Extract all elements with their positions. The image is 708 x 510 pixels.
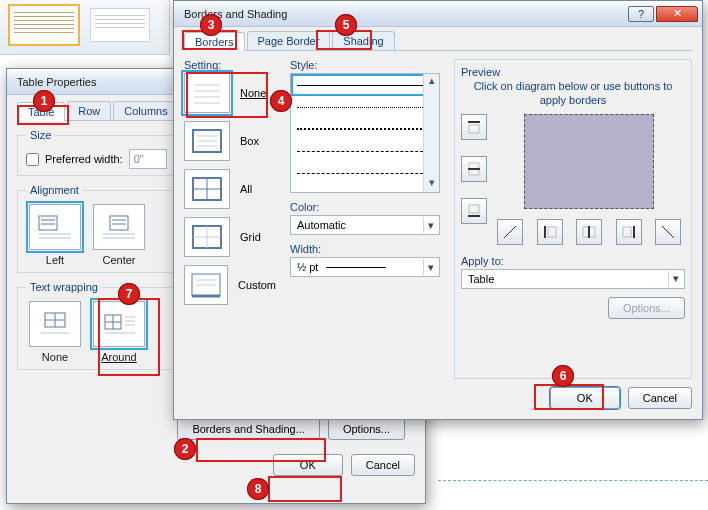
edge-vmid-button[interactable]	[576, 219, 602, 245]
apply-to-value: Table	[468, 273, 494, 285]
setting-all-label: All	[240, 183, 252, 195]
color-value: Automatic	[297, 219, 346, 231]
tab-row[interactable]: Row	[67, 101, 111, 120]
style-scrollbar[interactable]: ▴▾	[423, 74, 439, 192]
document-ruler	[438, 480, 708, 481]
edge-bottom-button[interactable]	[461, 198, 487, 224]
style-list[interactable]: ▴▾	[290, 73, 440, 193]
chevron-down-icon: ▾	[423, 259, 437, 275]
preview-diagram[interactable]	[524, 114, 654, 209]
edge-left-button[interactable]	[537, 219, 563, 245]
align-left-label: Left	[26, 254, 84, 266]
wrap-none-option[interactable]	[29, 301, 81, 347]
borders-and-shading-button[interactable]: Borders and Shading...	[177, 418, 320, 440]
callout-7: 7	[118, 283, 140, 305]
ribbon-fragment	[0, 0, 170, 55]
setting-custom[interactable]	[184, 265, 228, 305]
bs-tabs: Borders Page Border Shading	[184, 31, 692, 51]
ribbon-gallery-item[interactable]	[90, 8, 150, 42]
callout-2: 2	[174, 438, 196, 460]
setting-label: Setting:	[184, 59, 276, 71]
wrap-around-label: Around	[90, 351, 148, 363]
setting-none-label: None	[240, 87, 266, 99]
setting-box-label: Box	[240, 135, 259, 147]
callout-8: 8	[247, 478, 269, 500]
edge-diag2-button[interactable]	[655, 219, 681, 245]
svg-rect-0	[39, 216, 57, 230]
chevron-down-icon: ▾	[668, 271, 682, 287]
tp-ok-button[interactable]: OK	[273, 454, 343, 476]
close-button[interactable]: ✕	[656, 6, 698, 22]
preferred-width-checkbox[interactable]	[26, 153, 39, 166]
svg-rect-50	[623, 227, 631, 237]
svg-line-45	[504, 226, 516, 238]
callout-4: 4	[270, 90, 292, 112]
bs-options-button: Options...	[608, 297, 685, 319]
svg-rect-43	[469, 205, 479, 213]
preferred-width-label: Preferred width:	[45, 153, 123, 165]
callout-5: 5	[335, 14, 357, 36]
tp-options-button[interactable]: Options...	[328, 418, 405, 440]
svg-rect-5	[110, 216, 128, 230]
callout-1: 1	[33, 90, 55, 112]
help-button[interactable]: ?	[628, 6, 654, 22]
preview-hint: Click on diagram below or use buttons to…	[461, 80, 685, 108]
align-center-label: Center	[90, 254, 148, 266]
edge-right-button[interactable]	[616, 219, 642, 245]
alignment-legend: Alignment	[26, 184, 83, 196]
svg-line-52	[662, 226, 674, 238]
setting-none[interactable]	[184, 73, 230, 113]
tab-columns[interactable]: Columns	[113, 101, 178, 120]
tab-page-border[interactable]: Page Border	[247, 31, 331, 50]
align-center-option[interactable]	[93, 204, 145, 250]
setting-box[interactable]	[184, 121, 230, 161]
color-dropdown[interactable]: Automatic ▾	[290, 215, 440, 235]
bs-cancel-button[interactable]: Cancel	[628, 387, 692, 409]
callout-6: 6	[552, 365, 574, 387]
wrap-legend: Text wrapping	[26, 281, 102, 293]
setting-custom-label: Custom	[238, 279, 276, 291]
bs-titlebar: Borders and Shading ? ✕	[174, 1, 702, 27]
setting-all[interactable]	[184, 169, 230, 209]
setting-grid[interactable]	[184, 217, 230, 257]
tp-cancel-button[interactable]: Cancel	[351, 454, 415, 476]
width-dropdown[interactable]: ½ pt ▾	[290, 257, 440, 277]
wrap-none-label: None	[26, 351, 84, 363]
ribbon-gallery-selected[interactable]	[8, 4, 80, 46]
color-label: Color:	[290, 201, 440, 213]
preview-legend: Preview	[461, 66, 685, 78]
edge-top-button[interactable]	[461, 114, 487, 140]
borders-and-shading-dialog: Borders and Shading ? ✕ Borders Page Bor…	[173, 0, 703, 420]
size-legend: Size	[26, 129, 55, 141]
bs-ok-button[interactable]: OK	[550, 387, 620, 409]
edge-diag1-button[interactable]	[497, 219, 523, 245]
align-left-option[interactable]	[29, 204, 81, 250]
tp-title: Table Properties	[17, 76, 97, 88]
wrap-around-option[interactable]	[93, 301, 145, 347]
chevron-down-icon: ▾	[423, 217, 437, 233]
bs-title: Borders and Shading	[184, 8, 287, 20]
edge-hmid-button[interactable]	[461, 156, 487, 182]
apply-to-dropdown[interactable]: Table ▾	[461, 269, 685, 289]
callout-3: 3	[200, 14, 222, 36]
svg-rect-40	[469, 125, 479, 133]
preferred-width-input[interactable]: 0"	[129, 149, 167, 169]
setting-grid-label: Grid	[240, 231, 261, 243]
width-value: ½ pt	[297, 261, 318, 273]
apply-to-label: Apply to:	[461, 255, 685, 267]
svg-rect-47	[548, 227, 556, 237]
style-label: Style:	[290, 59, 440, 71]
preview-group: Preview Click on diagram below or use bu…	[454, 59, 692, 379]
width-label: Width:	[290, 243, 440, 255]
